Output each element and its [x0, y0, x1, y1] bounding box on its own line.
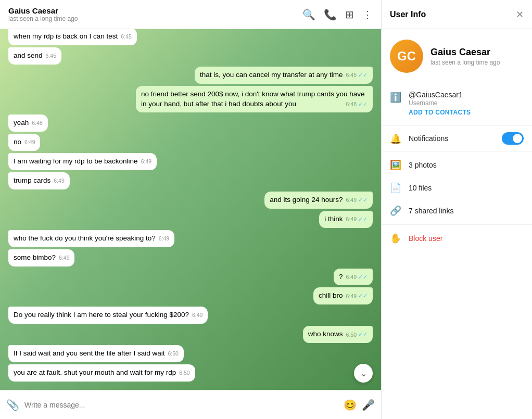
media-section: 🖼️ 3 photos 📄 10 files 🔗 7 shared links — [382, 151, 532, 225]
add-to-contacts-button[interactable]: ADD TO CONTACTS — [409, 109, 471, 116]
close-button[interactable]: ✕ — [516, 9, 524, 20]
links-row[interactable]: 🔗 7 shared links — [382, 199, 532, 222]
message-time: 6:45 — [121, 33, 131, 41]
user-status: last seen a long time ago — [430, 59, 500, 66]
block-section: ✋ Block user — [382, 225, 532, 252]
message-meta: 6:49 ✓✓ — [346, 292, 368, 300]
message-checkmarks: ✓✓ — [358, 100, 368, 108]
layout-icon[interactable]: ⊞ — [345, 8, 354, 21]
message-row: i think6:49 ✓✓ — [8, 211, 373, 228]
message-row: If I said wait and you sent the file aft… — [8, 345, 373, 362]
message-text: some bimbo? — [14, 253, 56, 261]
chat-contact-name: Gaius Caesar — [8, 6, 302, 15]
message-time: 6:45 — [346, 71, 357, 79]
message-checkmarks: ✓✓ — [358, 215, 368, 223]
message-text: who the fuck do you think you're speakin… — [14, 234, 156, 242]
files-row[interactable]: 📄 10 files — [382, 176, 532, 199]
message-checkmarks: ✓✓ — [358, 273, 368, 281]
message-bubble: I am waiting for my rdp to be backonline… — [8, 153, 157, 170]
voice-icon[interactable]: 🎤 — [362, 399, 375, 411]
message-meta: 6:49 — [59, 254, 69, 262]
message-input[interactable] — [24, 401, 338, 409]
message-text: If I said wait and you sent the file aft… — [14, 349, 164, 357]
block-user-row[interactable]: ✋ Block user — [382, 227, 532, 250]
message-text: trump cards — [14, 176, 50, 184]
message-meta: 6:49 — [141, 158, 151, 166]
message-row: yeah6:48 — [8, 115, 373, 132]
more-options-icon[interactable]: ⋮ — [362, 8, 373, 21]
emoji-icon[interactable]: 😊 — [344, 399, 357, 411]
files-icon: 📄 — [390, 182, 401, 194]
photos-row[interactable]: 🖼️ 3 photos — [382, 154, 532, 176]
message-meta: 6:49 — [24, 138, 35, 146]
block-label: Block user — [409, 234, 442, 243]
message-bubble: who the fuck do you think you're speakin… — [8, 230, 174, 247]
message-row: ?6:49 ✓✓ — [8, 269, 373, 286]
message-row: that is, you can cancel my transfer at a… — [8, 67, 373, 84]
info-icon: ℹ️ — [390, 92, 401, 103]
message-bubble: yeah6:48 — [8, 115, 48, 132]
message-time: 6:49 — [346, 273, 357, 281]
message-row: you are at fault. shut your mouth and wa… — [8, 364, 373, 382]
message-row: and its going 24 hours?6:49 ✓✓ — [8, 192, 373, 209]
message-text: who knows — [308, 330, 343, 338]
message-meta: 6:49 ✓✓ — [346, 196, 368, 204]
message-meta: 6:50 ✓✓ — [346, 331, 368, 338]
username-value: @GaiusCaesar1 — [409, 91, 471, 99]
message-time: 6:49 — [346, 196, 357, 204]
notifications-row: 🔔 Notifications — [382, 126, 532, 151]
message-bubble: and its going 24 hours?6:49 ✓✓ — [264, 192, 373, 209]
user-info-header: User Info ✕ — [382, 0, 532, 29]
message-checkmarks: ✓✓ — [358, 331, 368, 338]
message-text: no friend better send 200$ now, i don't … — [141, 90, 365, 108]
message-text: I am waiting for my rdp to be backonline — [14, 157, 138, 165]
username-row: ℹ️ @GaiusCaesar1 Username ADD TO CONTACT… — [390, 86, 524, 120]
message-time: 6:48 — [346, 100, 357, 108]
message-text: i think — [324, 215, 343, 223]
message-text: and its going 24 hours? — [270, 196, 343, 204]
user-name-block: Gaius Caesar last seen a long time ago — [430, 47, 500, 66]
message-meta: 6:45 — [121, 33, 131, 41]
message-row: trump cards6:49 — [8, 172, 373, 189]
block-icon: ✋ — [390, 233, 401, 244]
message-bubble: and send6:45 — [8, 47, 61, 65]
message-bubble: no friend better send 200$ now, i don't … — [136, 86, 373, 113]
attach-icon[interactable]: 📎 — [6, 399, 19, 411]
message-meta: 6:49 — [192, 311, 202, 319]
message-row: some bimbo?6:49 — [8, 249, 373, 266]
message-time: 6:49 — [159, 235, 169, 243]
search-icon[interactable]: 🔍 — [302, 8, 315, 21]
message-checkmarks: ✓✓ — [358, 196, 368, 204]
call-icon[interactable]: 📞 — [324, 8, 337, 21]
message-time: 6:49 — [346, 293, 357, 300]
message-bubble: chill bro6:49 ✓✓ — [313, 287, 373, 304]
chat-header-info: Gaius Caesar last seen a long time ago — [8, 6, 302, 22]
message-meta: 6:49 — [54, 177, 64, 185]
message-time: 6:49 — [192, 311, 202, 319]
message-text: that is, you can cancel my transfer at a… — [200, 71, 343, 79]
message-meta: 6:45 — [46, 52, 56, 60]
bell-icon: 🔔 — [390, 133, 401, 145]
message-meta: 6:49 ✓✓ — [346, 273, 368, 281]
user-full-name: Gaius Caesar — [430, 47, 500, 58]
photos-label: 3 photos — [409, 161, 437, 169]
message-time: 6:50 — [168, 350, 178, 358]
message-meta: 6:49 — [159, 235, 169, 243]
message-time: 6:49 — [346, 215, 357, 223]
message-time: 6:50 — [346, 331, 357, 339]
message-time: 6:49 — [24, 138, 35, 146]
message-bubble: trump cards6:49 — [8, 172, 70, 189]
scroll-to-bottom-button[interactable]: ⌄ — [354, 364, 373, 383]
message-bubble: no6:49 — [8, 134, 40, 151]
message-row: who knows6:50 ✓✓ — [8, 326, 373, 343]
message-meta: 6:48 ✓✓ — [346, 100, 368, 108]
message-row: Do you really think I am here to steal y… — [8, 307, 373, 324]
links-label: 7 shared links — [409, 207, 453, 215]
notifications-toggle[interactable] — [502, 132, 524, 145]
message-time: 6:45 — [46, 52, 56, 60]
chat-header: Gaius Caesar last seen a long time ago 🔍… — [0, 0, 381, 29]
message-text: Do you really think I am here to steal y… — [14, 311, 189, 319]
message-bubble: some bimbo?6:49 — [8, 249, 74, 266]
message-row: who the fuck do you think you're speakin… — [8, 230, 373, 247]
message-meta: 6:45 ✓✓ — [346, 71, 368, 79]
